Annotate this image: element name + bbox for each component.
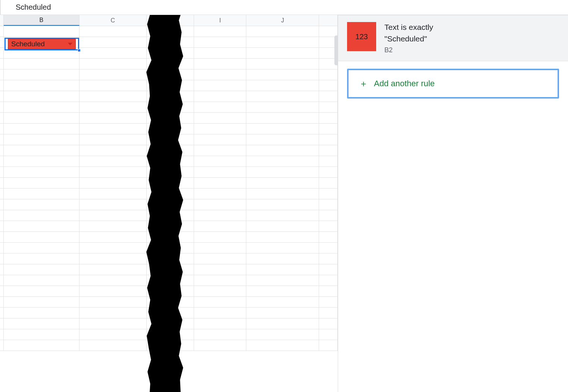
cell[interactable] [194,297,246,307]
chevron-down-icon[interactable] [68,43,72,46]
cell[interactable] [79,221,147,231]
cell[interactable] [194,26,246,37]
cell[interactable] [79,80,147,91]
cell[interactable] [319,167,338,177]
cell[interactable] [4,308,79,318]
cell[interactable] [79,199,147,210]
cell[interactable] [246,59,319,69]
cell[interactable] [194,48,246,58]
cell[interactable] [246,199,319,210]
column-header[interactable]: J [246,15,319,26]
cell[interactable] [194,189,246,199]
add-another-rule-button[interactable]: ＋ Add another rule [347,69,559,99]
cell[interactable] [194,221,246,231]
cell[interactable] [246,232,319,242]
cell[interactable] [79,243,147,253]
cell[interactable] [246,178,319,188]
cell[interactable] [246,80,319,91]
cell[interactable] [246,167,319,177]
cell[interactable] [194,210,246,221]
cell[interactable] [246,308,319,318]
cell[interactable] [4,329,79,340]
cell[interactable] [79,264,147,275]
cell[interactable] [194,91,246,102]
data-validation-chip[interactable]: Scheduled [8,39,76,49]
cell[interactable] [194,286,246,296]
cell[interactable] [319,308,338,318]
cell[interactable] [79,189,147,199]
cell[interactable] [319,80,338,91]
cell[interactable] [194,69,246,80]
cell[interactable] [319,189,338,199]
cell[interactable] [4,124,79,134]
column-header[interactable]: B [4,15,79,26]
cell[interactable] [319,69,338,80]
cell[interactable] [4,26,79,37]
cell[interactable] [79,156,147,167]
column-header[interactable]: C [79,15,147,26]
cell[interactable] [194,145,246,156]
cell[interactable] [246,243,319,253]
cell[interactable] [4,199,79,210]
cell[interactable] [194,329,246,340]
cell[interactable] [194,232,246,242]
column-header[interactable]: I [194,15,246,26]
cell[interactable] [194,124,246,134]
cell[interactable] [319,91,338,102]
column-header[interactable] [319,15,338,26]
cell[interactable] [246,102,319,112]
cell[interactable] [319,275,338,286]
cell[interactable] [319,26,338,37]
cell[interactable] [194,275,246,286]
cell[interactable] [4,253,79,264]
cell[interactable] [79,210,147,221]
cell[interactable] [79,134,147,145]
cell[interactable] [4,221,79,231]
cell[interactable] [79,253,147,264]
cell[interactable] [246,275,319,286]
cell[interactable] [4,275,79,286]
cell[interactable] [4,69,79,80]
cell[interactable] [79,297,147,307]
cell[interactable] [319,264,338,275]
cell[interactable] [194,243,246,253]
cell[interactable] [4,243,79,253]
cell[interactable] [4,145,79,156]
cell[interactable] [319,145,338,156]
selected-cell-b2[interactable]: Scheduled [4,38,79,50]
cell[interactable] [79,124,147,134]
cell[interactable] [246,113,319,123]
cell[interactable] [246,69,319,80]
cell[interactable] [319,329,338,340]
cell[interactable] [79,37,147,47]
cell[interactable] [246,145,319,156]
cell[interactable] [79,48,147,58]
cell[interactable] [246,91,319,102]
cell[interactable] [194,113,246,123]
cell[interactable] [4,102,79,112]
cell[interactable] [79,275,147,286]
cell[interactable] [246,340,319,351]
cell[interactable] [79,113,147,123]
cell[interactable] [79,286,147,296]
cell[interactable] [4,113,79,123]
cell[interactable] [4,189,79,199]
cell[interactable] [319,340,338,351]
cell[interactable] [194,318,246,329]
cell[interactable] [246,297,319,307]
cell[interactable] [79,59,147,69]
cell[interactable] [194,178,246,188]
cell[interactable] [246,37,319,47]
cell[interactable] [319,134,338,145]
cell[interactable] [246,318,319,329]
cell[interactable] [319,297,338,307]
cell[interactable] [319,232,338,242]
cell[interactable] [319,210,338,221]
cell[interactable] [79,145,147,156]
cell[interactable] [4,59,79,69]
cell[interactable] [194,253,246,264]
cell[interactable] [246,264,319,275]
cell[interactable] [319,286,338,296]
cell[interactable] [319,113,338,123]
cell[interactable] [319,253,338,264]
